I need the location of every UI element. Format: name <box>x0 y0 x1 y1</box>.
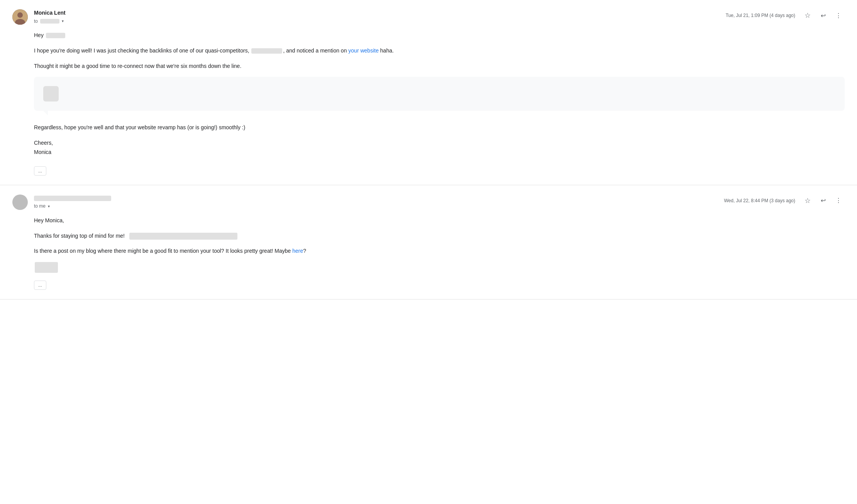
expand-dots-1: ... <box>38 168 42 174</box>
body-greeting-2: Hey Monica, <box>34 216 845 225</box>
body-paragraph-3: Regardless, hope you're well and that yo… <box>34 123 845 132</box>
dropdown-arrow-2[interactable]: ▾ <box>48 204 50 208</box>
message-actions-2: Wed, Jul 22, 8:44 PM (3 days ago) ☆ ↩ ⋮ <box>724 194 845 207</box>
to-me-label-2: to me <box>34 203 46 209</box>
timestamp-1: Tue, Jul 21, 1:09 PM (4 days ago) <box>726 13 795 18</box>
reply-icon-1: ↩ <box>821 12 826 19</box>
name-redacted-1 <box>46 33 65 38</box>
dropdown-arrow-1[interactable]: ▾ <box>62 19 64 23</box>
sender-section-2: to me ▾ <box>12 194 111 210</box>
website-link-1[interactable]: your website <box>348 47 379 54</box>
body-paragraph-5: Is there a post on my blog where there m… <box>34 247 845 256</box>
message-actions-1: Tue, Jul 21, 1:09 PM (4 days ago) ☆ ↩ ⋮ <box>726 9 845 22</box>
body-paragraph-1: I hope you're doing well! I was just che… <box>34 46 845 56</box>
sender-info-2: to me ▾ <box>34 194 111 209</box>
quoted-block-1 <box>34 77 845 111</box>
email-message-1: Monica Lent to ▾ Tue, Jul 21, 1:09 PM (4… <box>0 0 857 185</box>
more-button-1[interactable]: ⋮ <box>832 9 845 22</box>
star-button-1[interactable]: ☆ <box>801 9 814 22</box>
message-header-1: Monica Lent to ▾ Tue, Jul 21, 1:09 PM (4… <box>12 9 845 25</box>
email-thread: Monica Lent to ▾ Tue, Jul 21, 1:09 PM (4… <box>0 0 857 299</box>
sender-name-1: Monica Lent <box>34 9 66 17</box>
star-button-2[interactable]: ☆ <box>801 194 814 207</box>
here-link-2[interactable]: here <box>292 248 303 254</box>
more-icon-1: ⋮ <box>835 12 842 19</box>
recipient-line-1: to ▾ <box>34 19 66 24</box>
small-redacted-2 <box>35 262 58 273</box>
timestamp-2: Wed, Jul 22, 8:44 PM (3 days ago) <box>724 198 795 203</box>
avatar-svg <box>12 9 28 25</box>
message-header-2: to me ▾ Wed, Jul 22, 8:44 PM (3 days ago… <box>12 194 845 210</box>
sender-info-1: Monica Lent to ▾ <box>34 9 66 24</box>
body-paragraph-4: Thanks for staying top of mind for me! <box>34 232 845 241</box>
competitor-redacted-1 <box>251 48 282 54</box>
star-icon-1: ☆ <box>804 11 811 20</box>
more-button-2[interactable]: ⋮ <box>832 194 845 207</box>
reply-button-1[interactable]: ↩ <box>817 9 829 22</box>
message-body-2: Hey Monica, Thanks for staying top of mi… <box>12 216 845 290</box>
star-icon-2: ☆ <box>804 196 811 205</box>
quoted-image-1 <box>43 86 59 101</box>
expand-more-button-1[interactable]: ... <box>34 166 46 176</box>
recipient-line-2: to me ▾ <box>34 203 111 209</box>
expand-more-button-2[interactable]: ... <box>34 281 46 290</box>
reply-button-2[interactable]: ↩ <box>817 194 829 207</box>
body-paragraph-2: Thought it might be a good time to re-co… <box>34 62 845 71</box>
quoted-tail-1 <box>43 111 48 115</box>
small-redacted-block-2 <box>34 262 845 273</box>
avatar-2 <box>12 194 28 210</box>
more-icon-2: ⋮ <box>835 197 842 204</box>
reply-icon-2: ↩ <box>821 197 826 204</box>
highlight-redacted-2 <box>129 233 237 240</box>
sender-section-1: Monica Lent to ▾ <box>12 9 66 25</box>
message-body-1: Hey I hope you're doing well! I was just… <box>12 31 845 176</box>
recipient-redacted-1 <box>40 19 59 24</box>
sender-name-2 <box>34 194 111 202</box>
avatar-1 <box>12 9 28 25</box>
sender-name-redacted-2 <box>34 196 111 201</box>
body-greeting-1: Hey <box>34 31 845 40</box>
expand-dots-2: ... <box>38 282 42 288</box>
to-label-1: to <box>34 19 38 24</box>
email-message-2: to me ▾ Wed, Jul 22, 8:44 PM (3 days ago… <box>0 185 857 299</box>
svg-point-1 <box>17 12 23 18</box>
body-sign-off-1: Cheers,Monica <box>34 139 845 157</box>
